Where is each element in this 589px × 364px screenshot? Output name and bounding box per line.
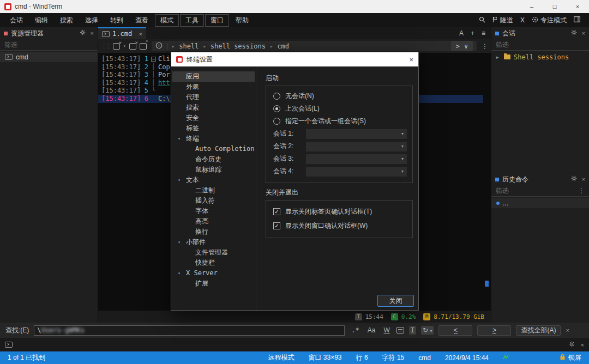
explorer-item-cmd[interactable]: cmd	[0, 52, 98, 62]
new-session-dropdown-icon[interactable]: ▾	[123, 44, 126, 48]
nav-item-search[interactable]: 搜索	[172, 102, 255, 113]
focus-mode-button[interactable]: 专注模式	[532, 16, 567, 25]
radio-specified-session[interactable]: 指定一个会话或一组会话(S)	[273, 115, 407, 128]
fold-toggle-icon[interactable]	[151, 57, 156, 62]
menu-mode[interactable]: 模式	[155, 14, 179, 27]
match-case-toggle-icon[interactable]: Aa	[366, 326, 377, 335]
checkbox-confirm-close-tab[interactable]: ✓ 显示关闭标签页确认对话框(T)	[273, 204, 407, 219]
status-char-number[interactable]: 字符 15	[382, 353, 405, 362]
tab-1-cmd[interactable]: 1.cmd ×	[98, 27, 146, 39]
tab-close-icon[interactable]: ×	[139, 31, 142, 38]
tunnel-button[interactable]: 隧道	[492, 16, 513, 25]
search-icon[interactable]	[479, 16, 485, 25]
close-button[interactable]: ×	[566, 0, 589, 13]
find-next-button[interactable]: >	[477, 325, 511, 336]
in-selection-toggle-icon[interactable]	[396, 327, 404, 333]
new-tab-icon[interactable]: +	[471, 29, 474, 37]
status-line-number[interactable]: 行 6	[356, 353, 368, 362]
nav-item-quick-bar[interactable]: 快捷栏	[172, 258, 255, 268]
dialog-close-button[interactable]: 关闭	[377, 295, 414, 307]
nav-item-auto-completion[interactable]: Auto Completion	[172, 144, 255, 154]
menu-session[interactable]: 会话	[4, 14, 28, 27]
breadcrumb-expand-icon[interactable]: ∨	[464, 43, 468, 50]
nav-item-security[interactable]: 安全	[172, 113, 255, 123]
menu-search[interactable]: 搜索	[55, 14, 79, 27]
sessions-filter-input[interactable]: 筛选	[491, 39, 589, 51]
layout-icon[interactable]	[574, 16, 580, 24]
gear-icon[interactable]	[80, 29, 86, 37]
font-size-icon[interactable]: A	[459, 29, 464, 37]
history-item[interactable]: ...	[491, 198, 589, 208]
terminal-link[interactable]: htt	[158, 79, 170, 87]
close-icon[interactable]: ×	[91, 30, 94, 37]
nav-item-app[interactable]: 应用	[172, 71, 255, 82]
close-icon[interactable]: ×	[582, 176, 585, 183]
checkbox-checked-icon[interactable]: ✓	[273, 208, 280, 215]
info-icon[interactable]	[155, 42, 163, 51]
menu-select[interactable]: 选择	[80, 14, 104, 27]
new-session-icon[interactable]: +	[113, 43, 120, 50]
close-session-icon[interactable]: ×	[129, 43, 136, 50]
grip-handle[interactable]: ⋮⋮	[101, 43, 110, 50]
nav-item-terminal[interactable]: ▾终端	[172, 134, 255, 144]
checkbox-confirm-close-window[interactable]: ✓ 显示关闭窗口确认对话框(W)	[273, 219, 407, 233]
nav-item-file-manager[interactable]: 文件管理器	[172, 247, 255, 258]
lock-screen-button[interactable]: 锁屏	[560, 353, 581, 362]
dialog-close-icon[interactable]: ×	[409, 56, 413, 64]
nav-item-appearance[interactable]: 外观	[172, 82, 255, 92]
history-filter-input[interactable]: 筛选 ⋮	[491, 185, 589, 197]
whole-word-toggle-icon[interactable]: W	[382, 326, 391, 335]
nav-item-highlight[interactable]: 高亮	[172, 216, 255, 227]
menu-goto[interactable]: 转到	[105, 14, 129, 27]
nav-item-proxy[interactable]: 代理	[172, 92, 255, 102]
nav-item-command-history[interactable]: 命令历史	[172, 154, 255, 165]
menu-view[interactable]: 查看	[130, 14, 154, 27]
reopen-session-icon[interactable]: °	[140, 43, 147, 50]
gear-icon[interactable]	[571, 175, 577, 183]
radio-icon[interactable]	[273, 93, 280, 100]
nav-item-font[interactable]: 字体	[172, 206, 255, 216]
radio-selected-icon[interactable]	[273, 105, 280, 112]
radio-icon[interactable]	[273, 118, 280, 125]
find-all-button[interactable]: 查找全部(A)	[516, 325, 561, 336]
nav-item-caret[interactable]: 插入符	[172, 196, 255, 206]
checkbox-checked-icon[interactable]: ✓	[273, 222, 280, 229]
session-1-dropdown[interactable]: ▾	[306, 129, 407, 139]
chevron-right-icon[interactable]: ▸	[496, 54, 501, 60]
xserver-button[interactable]: X	[520, 16, 525, 24]
regex-toggle-icon[interactable]: .*	[350, 326, 360, 335]
menu-window[interactable]: 窗口	[205, 14, 229, 27]
breadcrumb-shell[interactable]: shell	[179, 43, 199, 50]
caret-mode-toggle-icon[interactable]: I	[409, 326, 416, 335]
status-shell-type[interactable]: cmd	[418, 354, 431, 362]
nav-item-binary[interactable]: 二进制	[172, 185, 255, 196]
sessions-folder-shell-sessions[interactable]: ▸ Shell sessions	[491, 52, 589, 62]
session-4-dropdown[interactable]: ▾	[306, 167, 407, 177]
nav-item-extension[interactable]: 扩展	[172, 278, 255, 289]
nav-item-widgets[interactable]: ▾小部件	[172, 237, 255, 247]
status-window-size[interactable]: 窗口 33×93	[309, 353, 342, 362]
more-options-icon[interactable]: ⋮	[482, 43, 488, 50]
breadcrumb-cmd[interactable]: cmd	[277, 43, 289, 50]
menu-edit[interactable]: 编辑	[29, 14, 53, 27]
menu-tools[interactable]: 工具	[180, 14, 204, 27]
radio-last-session[interactable]: 上次会话(L)	[273, 102, 407, 115]
session-2-dropdown[interactable]: ▾	[306, 142, 407, 151]
gear-icon[interactable]	[571, 29, 577, 37]
find-close-icon[interactable]: ×	[566, 327, 569, 333]
session-3-dropdown[interactable]: ▾	[306, 154, 407, 164]
nav-item-tabs[interactable]: 标签	[172, 123, 255, 134]
explorer-filter-input[interactable]: 筛选	[0, 39, 98, 51]
nav-item-mouse-tracking[interactable]: 鼠标追踪	[172, 165, 255, 175]
nav-item-wrap[interactable]: 换行	[172, 227, 255, 237]
gear-icon[interactable]	[569, 341, 575, 349]
radio-no-session[interactable]: 无会话(N)	[273, 90, 407, 102]
breadcrumb-shell-sessions[interactable]: shell sessions	[211, 43, 266, 50]
more-options-icon[interactable]: ⋮	[578, 187, 585, 195]
nav-item-text[interactable]: ▾文本	[172, 175, 255, 185]
status-remote-mode[interactable]: 远程模式	[268, 353, 294, 362]
close-icon[interactable]: ×	[582, 30, 585, 37]
breadcrumb-forward-icon[interactable]: >	[456, 43, 460, 50]
maximize-button[interactable]: □	[543, 0, 566, 13]
menu-help[interactable]: 帮助	[230, 14, 254, 27]
